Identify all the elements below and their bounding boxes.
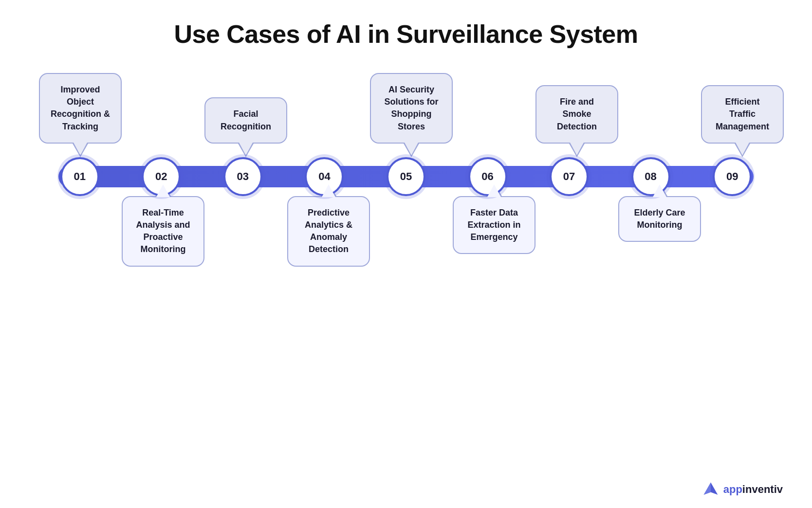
logo-area: appinventiv <box>702 481 783 498</box>
page-title: Use Cases of AI in Surveillance System <box>174 19 638 49</box>
logo-brand-highlight: app <box>723 483 742 495</box>
node-01: 01 <box>60 157 99 196</box>
bubble-bottom-8: Elderly Care Monitoring <box>618 196 701 242</box>
svg-marker-1 <box>703 483 710 495</box>
node-03: 03 <box>223 157 262 196</box>
appinventiv-logo-icon <box>702 481 720 498</box>
bubble-bottom-4: Predictive Analytics & Anomaly Detection <box>287 196 370 267</box>
bubble-bottom-6: Faster Data Extraction in Emergency <box>453 196 535 254</box>
node-07: 07 <box>550 157 589 196</box>
node-05: 05 <box>387 157 425 196</box>
bubble-top-7: Fire and Smoke Detection <box>535 85 618 144</box>
bubble-top-9: Efficient Traffic Management <box>701 85 784 144</box>
bubble-top-1: Improved Object Recognition & Tracking <box>39 73 122 144</box>
top-bubbles-row: Improved Object Recognition & Tracking F… <box>29 73 783 144</box>
timeline-row: 01 02 03 04 05 06 07 08 09 <box>29 157 783 196</box>
diagram-container: Improved Object Recognition & Tracking F… <box>29 73 783 267</box>
bubble-top-3: Facial Recognition <box>204 97 287 143</box>
logo-text: appinventiv <box>723 483 783 496</box>
node-09: 09 <box>713 157 752 196</box>
bottom-bubbles-row: Real-Time Analysis and Proactive Monitor… <box>29 196 783 267</box>
bubble-bottom-2: Real-Time Analysis and Proactive Monitor… <box>122 196 204 267</box>
bubble-top-5: AI Security Solutions for Shopping Store… <box>370 73 453 144</box>
